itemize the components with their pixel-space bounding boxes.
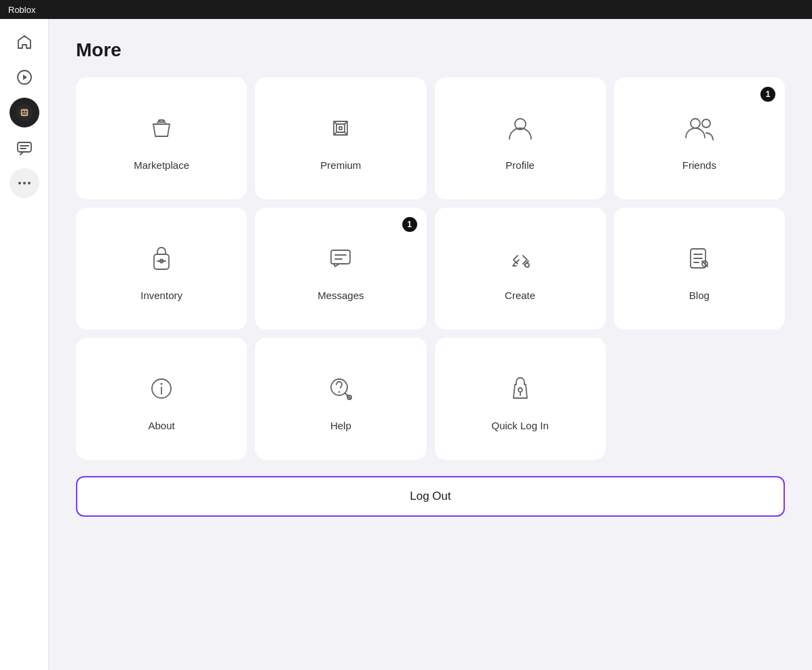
svg-point-38 [518, 388, 522, 392]
sidebar [0, 19, 49, 670]
sidebar-item-play[interactable] [9, 62, 39, 92]
main-content: More Marketplace [49, 19, 812, 670]
marketplace-card[interactable]: Marketplace [76, 77, 247, 199]
quicklogin-label: Quick Log In [492, 420, 549, 431]
svg-point-18 [691, 119, 700, 128]
svg-rect-20 [154, 254, 169, 269]
create-icon [499, 237, 542, 280]
svg-rect-3 [20, 109, 28, 117]
messages-badge: 1 [402, 217, 417, 232]
inventory-icon [140, 237, 183, 280]
blog-icon [678, 237, 721, 280]
logout-button[interactable]: Log Out [76, 476, 785, 517]
blog-label: Blog [689, 290, 710, 301]
svg-point-11 [23, 182, 26, 184]
messages-label: Messages [317, 290, 364, 301]
profile-label: Profile [505, 159, 535, 171]
create-card[interactable]: Create [435, 208, 606, 330]
menu-grid-row1: Marketplace Premium [76, 77, 785, 199]
svg-rect-15 [336, 124, 345, 132]
svg-point-19 [702, 119, 710, 127]
svg-rect-5 [24, 111, 26, 113]
svg-point-10 [18, 182, 21, 184]
blog-card[interactable]: Blog [614, 208, 785, 330]
friends-badge: 1 [760, 87, 775, 102]
inventory-label: Inventory [140, 290, 182, 301]
quicklogin-card[interactable]: Quick Log In [435, 338, 606, 460]
premium-label: Premium [320, 159, 361, 171]
profile-card[interactable]: Profile [435, 77, 606, 199]
logout-container: Log Out [76, 476, 785, 517]
marketplace-icon [140, 106, 183, 150]
menu-grid-row2: Inventory 1 Messages [76, 208, 785, 330]
friends-icon [678, 106, 721, 150]
friends-card[interactable]: 1 Friends [614, 77, 785, 199]
svg-point-25 [525, 263, 529, 267]
sidebar-item-avatar[interactable] [9, 98, 39, 127]
premium-card[interactable]: Premium [255, 77, 426, 199]
about-icon [140, 367, 183, 410]
quicklogin-icon [499, 367, 542, 410]
svg-marker-1 [23, 75, 27, 80]
help-icon [319, 367, 362, 410]
menu-grid-row3: About Help [76, 338, 785, 460]
svg-rect-7 [18, 142, 31, 152]
sidebar-item-more[interactable] [9, 168, 39, 198]
help-card[interactable]: Help [255, 338, 426, 460]
title-bar: Roblox [0, 0, 812, 19]
help-label: Help [330, 420, 351, 431]
friends-label: Friends [682, 159, 716, 171]
svg-point-12 [28, 182, 31, 184]
sidebar-item-home[interactable] [9, 27, 39, 57]
messages-icon [319, 237, 362, 280]
sidebar-item-chat[interactable] [9, 133, 39, 163]
marketplace-label: Marketplace [134, 159, 189, 171]
svg-point-35 [339, 391, 340, 392]
empty-placeholder [614, 338, 785, 460]
svg-point-33 [161, 382, 163, 385]
messages-card[interactable]: 1 Messages [255, 208, 426, 330]
about-label: About [149, 420, 175, 431]
inventory-card[interactable]: Inventory [76, 208, 247, 330]
svg-rect-16 [339, 127, 342, 130]
page-title: More [76, 39, 785, 61]
svg-rect-22 [331, 250, 350, 264]
app-name: Roblox [8, 5, 35, 15]
svg-rect-6 [22, 113, 26, 114]
svg-rect-4 [22, 111, 24, 113]
profile-icon [499, 106, 542, 150]
premium-icon [319, 106, 362, 150]
about-card[interactable]: About [76, 338, 247, 460]
create-label: Create [505, 290, 535, 301]
